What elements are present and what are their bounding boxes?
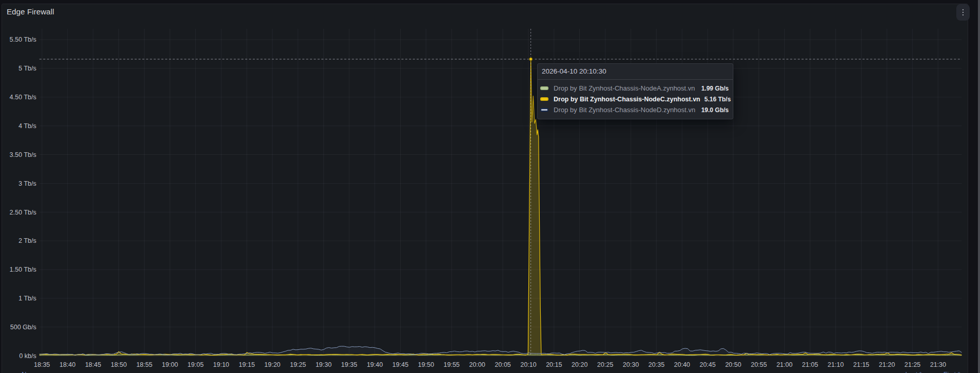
svg-text:20:40: 20:40 — [674, 361, 690, 368]
svg-text:19:00: 19:00 — [162, 361, 178, 368]
svg-text:21:30: 21:30 — [930, 361, 946, 368]
svg-text:18:40: 18:40 — [59, 361, 75, 368]
svg-text:1 Tb/s: 1 Tb/s — [19, 295, 37, 302]
svg-text:19:50: 19:50 — [418, 361, 434, 368]
svg-text:19:40: 19:40 — [367, 361, 383, 368]
svg-text:20:45: 20:45 — [699, 361, 715, 368]
svg-text:1.50 Tb/s: 1.50 Tb/s — [10, 266, 37, 273]
svg-text:18:50: 18:50 — [111, 361, 127, 368]
svg-text:5 Tb/s: 5 Tb/s — [19, 65, 37, 72]
svg-text:20:05: 20:05 — [495, 361, 511, 368]
svg-text:21:10: 21:10 — [828, 361, 844, 368]
svg-text:19:30: 19:30 — [316, 361, 332, 368]
svg-text:0 kb/s: 0 kb/s — [19, 352, 36, 360]
svg-text:2.50 Tb/s: 2.50 Tb/s — [10, 209, 37, 216]
svg-text:21:05: 21:05 — [802, 361, 818, 368]
svg-text:18:45: 18:45 — [85, 361, 101, 368]
svg-text:20:35: 20:35 — [648, 361, 664, 368]
svg-text:20:20: 20:20 — [572, 361, 588, 368]
svg-text:20:50: 20:50 — [725, 361, 741, 368]
svg-text:20:55: 20:55 — [751, 361, 767, 368]
svg-text:20:10: 20:10 — [520, 361, 536, 368]
svg-text:18:55: 18:55 — [136, 361, 152, 368]
svg-text:19:55: 19:55 — [443, 361, 459, 368]
svg-text:19:45: 19:45 — [392, 361, 408, 368]
svg-text:19:25: 19:25 — [290, 361, 306, 368]
svg-text:21:20: 21:20 — [879, 361, 895, 368]
svg-text:4.50 Tb/s: 4.50 Tb/s — [10, 94, 37, 101]
svg-text:19:35: 19:35 — [341, 361, 357, 368]
svg-text:19:10: 19:10 — [213, 361, 229, 368]
svg-text:20:15: 20:15 — [546, 361, 562, 368]
svg-text:20:00: 20:00 — [469, 361, 485, 368]
svg-text:5.50 Tb/s: 5.50 Tb/s — [10, 36, 37, 43]
svg-text:2 Tb/s: 2 Tb/s — [19, 237, 37, 244]
svg-text:18:35: 18:35 — [34, 361, 50, 368]
svg-text:3 Tb/s: 3 Tb/s — [19, 180, 37, 187]
svg-text:21:00: 21:00 — [777, 361, 793, 368]
svg-text:21:25: 21:25 — [904, 361, 920, 368]
svg-text:20:30: 20:30 — [623, 361, 639, 368]
svg-text:21:15: 21:15 — [853, 361, 869, 368]
svg-text:4 Tb/s: 4 Tb/s — [19, 122, 37, 130]
svg-text:20:25: 20:25 — [597, 361, 613, 368]
svg-text:500 Gb/s: 500 Gb/s — [10, 324, 37, 331]
svg-text:3.50 Tb/s: 3.50 Tb/s — [10, 151, 37, 158]
svg-text:19:20: 19:20 — [264, 361, 280, 368]
svg-text:19:05: 19:05 — [187, 361, 203, 368]
svg-text:19:15: 19:15 — [239, 361, 255, 368]
